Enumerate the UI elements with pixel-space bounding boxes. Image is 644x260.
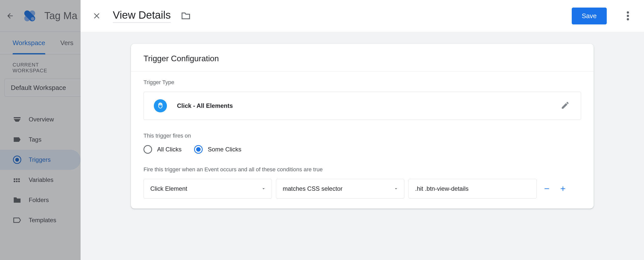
close-button[interactable] xyxy=(91,10,103,22)
radio-all-clicks[interactable]: All Clicks xyxy=(144,145,182,154)
condition-value-input[interactable] xyxy=(408,179,537,199)
pencil-icon xyxy=(561,101,570,110)
close-icon xyxy=(92,11,101,20)
condition-operator-select[interactable]: matches CSS selector xyxy=(276,179,404,199)
trigger-type-label: Trigger Type xyxy=(144,79,581,86)
condition-label: Fire this trigger when an Event occurs a… xyxy=(144,166,581,173)
trigger-type-section: Trigger Type Click - All Elements xyxy=(131,72,594,130)
edit-trigger-type-button[interactable] xyxy=(561,101,571,111)
svg-point-6 xyxy=(627,15,629,17)
fires-on-label: This trigger fires on xyxy=(144,133,581,139)
trigger-panel: View Details Save Trigger Configuration … xyxy=(81,0,644,260)
plus-icon xyxy=(559,185,567,192)
more-vert-icon xyxy=(627,11,629,20)
radio-label: Some Clicks xyxy=(208,146,241,153)
minus-icon xyxy=(543,185,551,192)
trigger-type-box[interactable]: Click - All Elements xyxy=(144,92,581,120)
panel-body: Trigger Configuration Trigger Type Click… xyxy=(81,32,644,260)
conditions-section: Fire this trigger when an Event occurs a… xyxy=(131,164,594,209)
svg-point-7 xyxy=(627,18,629,20)
save-button[interactable]: Save xyxy=(572,8,607,24)
panel-title[interactable]: View Details xyxy=(113,9,171,23)
remove-condition-button[interactable] xyxy=(541,183,553,195)
radio-unchecked-icon xyxy=(144,145,152,154)
condition-operator-value: matches CSS selector xyxy=(283,185,342,192)
radio-some-clicks[interactable]: Some Clicks xyxy=(194,145,241,154)
fires-on-section: This trigger fires on All Clicks Some Cl… xyxy=(131,130,594,164)
more-button[interactable] xyxy=(622,10,634,22)
radio-label: All Clicks xyxy=(157,146,182,153)
card-title: Trigger Configuration xyxy=(131,44,594,72)
svg-point-5 xyxy=(627,11,629,14)
click-trigger-icon xyxy=(154,99,167,112)
chevron-down-icon xyxy=(393,186,399,191)
trigger-type-value: Click - All Elements xyxy=(177,102,233,109)
fires-on-radio-group: All Clicks Some Clicks xyxy=(144,145,581,154)
condition-variable-value: Click Element xyxy=(150,185,187,192)
chevron-down-icon xyxy=(261,186,266,191)
panel-header: View Details Save xyxy=(81,0,644,32)
condition-variable-select[interactable]: Click Element xyxy=(144,179,272,199)
folder-icon[interactable] xyxy=(181,11,191,21)
condition-row: Click Element matches CSS selector xyxy=(144,179,581,199)
add-condition-button[interactable] xyxy=(557,183,569,195)
trigger-config-card: Trigger Configuration Trigger Type Click… xyxy=(131,44,594,209)
radio-checked-icon xyxy=(194,145,203,154)
